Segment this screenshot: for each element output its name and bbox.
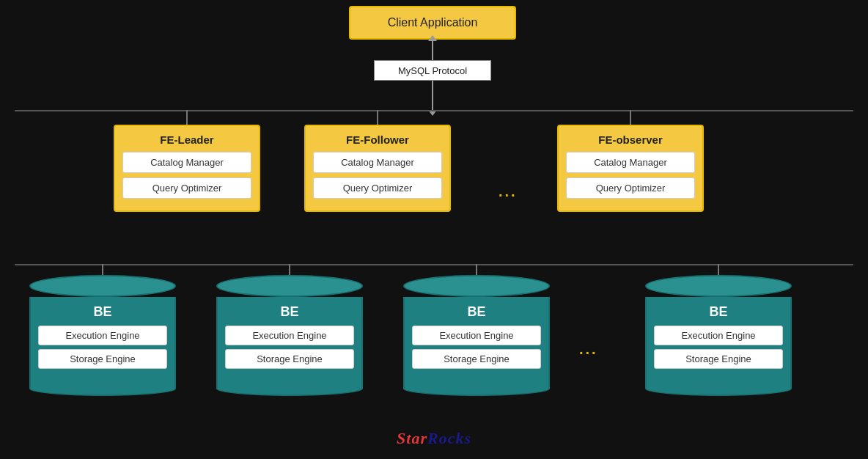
arrow-up [432, 40, 433, 62]
be-4-node: BE Execution Engine Storage Engine [645, 275, 792, 396]
fe-observer-box: FE-observer Catalog Manager Query Optimi… [557, 125, 704, 212]
be-1-title: BE [93, 304, 111, 320]
fe-dots: ··· [499, 187, 518, 204]
be-4-cylinder-top [645, 275, 792, 297]
mysql-protocol-label: MySQL Protocol [398, 65, 467, 76]
be-1-cylinder-top [29, 275, 176, 297]
be-1-storage: Storage Engine [38, 349, 167, 369]
be-2-execution: Execution Engine [225, 326, 354, 345]
starrocks-logo: StarRocks [397, 429, 471, 448]
be-2-cylinder-body: BE Execution Engine Storage Engine [216, 297, 363, 381]
be-4-cylinder-bottom [645, 381, 792, 396]
be-3-node: BE Execution Engine Storage Engine [403, 275, 550, 396]
be-3-execution: Execution Engine [412, 326, 541, 345]
be-2-node: BE Execution Engine Storage Engine [216, 275, 363, 396]
be-1-cylinder-body: BE Execution Engine Storage Engine [29, 297, 176, 381]
be-3-cylinder-bottom [403, 381, 550, 396]
fe-leader-title: FE-Leader [122, 133, 251, 146]
client-application-label: Client Application [388, 16, 478, 29]
be-4-cylinder-body: BE Execution Engine Storage Engine [645, 297, 792, 381]
fe-follower-catalog: Catalog Manager [313, 152, 442, 173]
fe-observer-title: FE-observer [566, 133, 695, 146]
be-1-cylinder-bottom [29, 381, 176, 396]
be-4-title: BE [709, 304, 727, 320]
logo-star-text: Star [397, 429, 427, 447]
be-4-execution: Execution Engine [654, 326, 783, 345]
be-2-cylinder-top [216, 275, 363, 297]
fe-observer-optimizer: Query Optimizer [566, 177, 695, 199]
be-3-storage: Storage Engine [412, 349, 541, 369]
be-2-cylinder-bottom [216, 381, 363, 396]
arrow-down [432, 81, 433, 110]
fe-leader-box: FE-Leader Catalog Manager Query Optimize… [114, 125, 260, 212]
fe-leader-optimizer: Query Optimizer [122, 177, 251, 199]
be-3-title: BE [467, 304, 485, 320]
fe-observer-catalog: Catalog Manager [566, 152, 695, 173]
mysql-protocol-box: MySQL Protocol [374, 60, 491, 81]
be-3-cylinder-body: BE Execution Engine Storage Engine [403, 297, 550, 381]
be-1-execution: Execution Engine [38, 326, 167, 345]
fe-follower-box: FE-Follower Catalog Manager Query Optimi… [304, 125, 451, 212]
be-section-top-line [15, 264, 853, 265]
fe-follower-optimizer: Query Optimizer [313, 177, 442, 199]
fe-follower-title: FE-Follower [313, 133, 442, 146]
be-2-storage: Storage Engine [225, 349, 354, 369]
be-3-cylinder-top [403, 275, 550, 297]
be-4-storage: Storage Engine [654, 349, 783, 369]
be-2-title: BE [280, 304, 298, 320]
be-1-node: BE Execution Engine Storage Engine [29, 275, 176, 396]
logo-rocks-text: Rocks [427, 429, 471, 447]
be-dots: ··· [579, 345, 598, 361]
fe-leader-catalog: Catalog Manager [122, 152, 251, 173]
fe-section-top-line [15, 110, 853, 111]
